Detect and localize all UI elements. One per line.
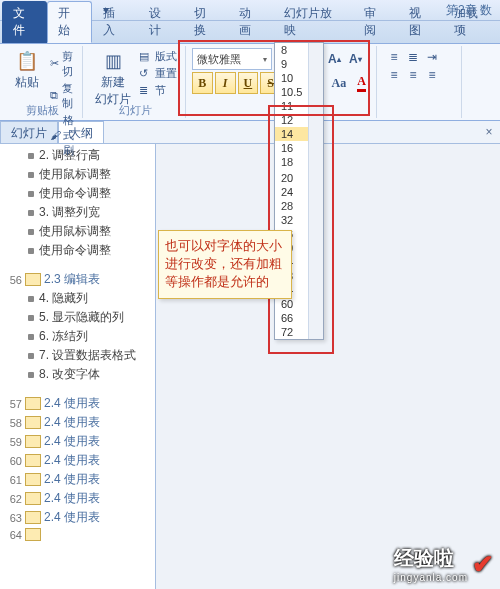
ribbon: 📋 粘贴 ✂剪切 ⧉复制 🖌格式刷 剪贴板 ▥ 新建 幻灯片 ▤版式 ↺重置 ≣… bbox=[0, 44, 500, 121]
tab-home[interactable]: 开始 bbox=[47, 1, 92, 43]
outline-bullet-item[interactable]: 4. 隐藏列 bbox=[0, 289, 155, 308]
watermark: 经验啦 jingyanla.com ✔ bbox=[394, 545, 494, 583]
bullets-button[interactable]: ≡ bbox=[385, 48, 403, 66]
new-slide-icon: ▥ bbox=[105, 50, 122, 72]
italic-button[interactable]: I bbox=[215, 72, 236, 94]
group-paragraph: ≡ ≣ ⇥ ≡ ≡ ≡ bbox=[379, 46, 462, 118]
outline-bullet-item[interactable]: 3. 调整列宽 bbox=[0, 203, 155, 222]
outline-bullet-item[interactable]: 8. 改变字体 bbox=[0, 365, 155, 384]
bullet-icon bbox=[28, 334, 34, 340]
align-right-button[interactable]: ≡ bbox=[423, 66, 441, 84]
outline-slide-heading[interactable]: 602.4 使用表 bbox=[0, 451, 155, 470]
slide-canvas[interactable] bbox=[156, 144, 500, 589]
outline-bullet-item[interactable]: 7. 设置数据表格式 bbox=[0, 346, 155, 365]
indent-button[interactable]: ⇥ bbox=[423, 48, 441, 66]
tab-animation[interactable]: 动画 bbox=[228, 1, 273, 43]
slide-icon bbox=[25, 397, 41, 410]
change-case-button[interactable]: Aa bbox=[329, 72, 350, 94]
layout-button[interactable]: ▤版式 bbox=[137, 48, 179, 65]
main-area: 2. 调整行高使用鼠标调整使用命令调整3. 调整列宽使用鼠标调整使用命令调整56… bbox=[0, 144, 500, 589]
brush-icon: 🖌 bbox=[50, 129, 61, 143]
tab-file[interactable]: 文件 bbox=[2, 1, 47, 43]
tab-design[interactable]: 设计 bbox=[138, 1, 183, 43]
outline-bullet-item[interactable]: 5. 显示隐藏的列 bbox=[0, 308, 155, 327]
bullet-icon bbox=[28, 372, 34, 378]
outline-bullet-item[interactable]: 使用鼠标调整 bbox=[0, 165, 155, 184]
new-slide-button[interactable]: ▥ 新建 幻灯片 bbox=[91, 48, 135, 110]
outline-slide-heading[interactable]: 572.4 使用表 bbox=[0, 394, 155, 413]
tab-review[interactable]: 审阅 bbox=[353, 1, 398, 43]
outline-slide-heading[interactable]: 64 bbox=[0, 527, 155, 542]
hint-callout: 也可以对字体的大小进行改变，还有加粗等操作都是允许的 bbox=[158, 230, 292, 299]
font-color-button[interactable]: A bbox=[351, 72, 372, 94]
slide-icon bbox=[25, 454, 41, 467]
bullet-icon bbox=[28, 172, 34, 178]
section-icon: ≣ bbox=[139, 84, 153, 98]
font-name-combo[interactable]: 微软雅黑▾ bbox=[192, 48, 272, 70]
align-left-button[interactable]: ≡ bbox=[385, 66, 403, 84]
bullet-icon bbox=[28, 353, 34, 359]
tab-slideshow[interactable]: 幻灯片放映 bbox=[273, 1, 353, 43]
bullet-icon bbox=[28, 248, 34, 254]
outline-bullet-item[interactable]: 使用鼠标调整 bbox=[0, 222, 155, 241]
outline-slide-heading[interactable]: 632.4 使用表 bbox=[0, 508, 155, 527]
layout-icon: ▤ bbox=[139, 50, 153, 64]
outline-panel[interactable]: 2. 调整行高使用鼠标调整使用命令调整3. 调整列宽使用鼠标调整使用命令调整56… bbox=[0, 144, 156, 589]
outline-bullet-item[interactable]: 使用命令调整 bbox=[0, 241, 155, 260]
reset-icon: ↺ bbox=[139, 67, 153, 81]
scrollbar[interactable] bbox=[308, 43, 323, 339]
slide-icon bbox=[25, 416, 41, 429]
bold-button[interactable]: B bbox=[192, 72, 213, 94]
group-slides: ▥ 新建 幻灯片 ▤版式 ↺重置 ≣节 幻灯片 bbox=[85, 46, 186, 118]
bullet-icon bbox=[28, 191, 34, 197]
outline-slide-heading[interactable]: 622.4 使用表 bbox=[0, 489, 155, 508]
tab-addins[interactable]: 加载项 bbox=[443, 1, 500, 43]
tab-view[interactable]: 视图 bbox=[398, 1, 443, 43]
bullet-icon bbox=[28, 229, 34, 235]
outline-bullet-item[interactable]: 6. 冻结列 bbox=[0, 327, 155, 346]
outline-slide-heading[interactable]: 612.4 使用表 bbox=[0, 470, 155, 489]
slide-icon bbox=[25, 511, 41, 524]
check-icon: ✔ bbox=[472, 549, 494, 580]
slide-icon bbox=[25, 492, 41, 505]
scissors-icon: ✂ bbox=[50, 57, 60, 71]
panel-close-button[interactable]: × bbox=[478, 121, 500, 143]
outline-slide-heading[interactable]: 562.3 编辑表 bbox=[0, 270, 155, 289]
cut-button[interactable]: ✂剪切 bbox=[48, 48, 79, 80]
outline-slide-heading[interactable]: 582.4 使用表 bbox=[0, 413, 155, 432]
reset-button[interactable]: ↺重置 bbox=[137, 65, 179, 82]
format-painter-button[interactable]: 🖌格式刷 bbox=[48, 112, 79, 159]
bullet-icon bbox=[28, 296, 34, 302]
outline-slide-heading[interactable]: 592.4 使用表 bbox=[0, 432, 155, 451]
section-button[interactable]: ≣节 bbox=[137, 82, 179, 99]
paste-icon: 📋 bbox=[16, 50, 38, 72]
ribbon-tabs: 文件 开始 插入 设计 切换 动画 幻灯片放映 审阅 视图 加载项 bbox=[0, 21, 500, 44]
shrink-font-button[interactable]: A▾ bbox=[346, 50, 364, 68]
bullet-icon bbox=[28, 210, 34, 216]
align-center-button[interactable]: ≡ bbox=[404, 66, 422, 84]
tab-insert[interactable]: 插入 bbox=[92, 1, 137, 43]
group-label-clipboard: 剪贴板 bbox=[2, 103, 82, 118]
copy-icon: ⧉ bbox=[50, 89, 60, 103]
outline-bullet-item[interactable]: 使用命令调整 bbox=[0, 184, 155, 203]
tab-transition[interactable]: 切换 bbox=[183, 1, 228, 43]
group-clipboard: 📋 粘贴 ✂剪切 ⧉复制 🖌格式刷 剪贴板 bbox=[2, 46, 83, 118]
slide-icon bbox=[25, 528, 41, 541]
underline-button[interactable]: U bbox=[238, 72, 259, 94]
slide-icon bbox=[25, 273, 41, 286]
bullet-icon bbox=[28, 315, 34, 321]
slide-icon bbox=[25, 473, 41, 486]
slide-icon bbox=[25, 435, 41, 448]
group-label-slides: 幻灯片 bbox=[85, 103, 185, 118]
grow-font-button[interactable]: A▴ bbox=[325, 50, 343, 68]
numbering-button[interactable]: ≣ bbox=[404, 48, 422, 66]
